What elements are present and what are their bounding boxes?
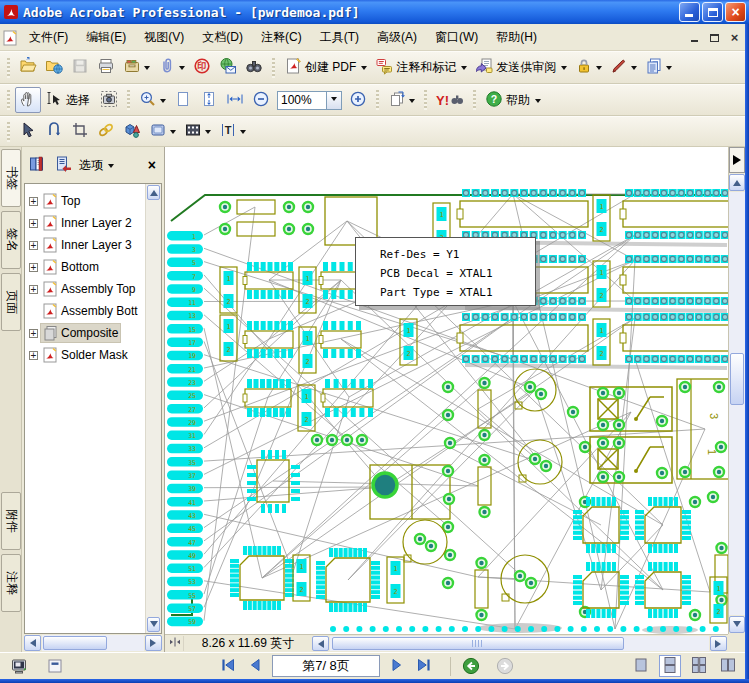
last-page-button[interactable]: [414, 656, 434, 676]
bookmark-item-composite[interactable]: +Composite: [29, 322, 143, 344]
create-pdf-button[interactable]: 创建 PDF: [280, 55, 371, 81]
bookmark-item-inner-layer-2[interactable]: +Inner Layer 2: [29, 212, 143, 234]
sidebar-tab-pages[interactable]: 页面: [1, 273, 21, 331]
expand-bookmark-button[interactable]: [27, 155, 47, 175]
select-tool-button[interactable]: 选择: [41, 87, 96, 113]
fullscreen-view-button[interactable]: [8, 656, 30, 678]
scroll-down-button[interactable]: [147, 617, 160, 632]
toolbar-grip[interactable]: [424, 90, 427, 110]
open-button[interactable]: [15, 55, 41, 81]
bookmark-item-solder-mask[interactable]: +Solder Mask: [29, 344, 143, 366]
sidebar-tab-comments[interactable]: 注释: [1, 554, 21, 612]
new-bookmark-button[interactable]: [53, 155, 73, 175]
bookmark-item-top[interactable]: +Top: [29, 190, 143, 212]
splitter-button[interactable]: [166, 636, 184, 651]
scroll-right-button[interactable]: [145, 635, 162, 651]
snapshot-tool-button[interactable]: [96, 87, 122, 113]
menu-view[interactable]: 视图(V): [135, 25, 193, 50]
forms-button[interactable]: [641, 55, 676, 81]
first-page-button[interactable]: [218, 656, 238, 676]
bookmark-item-inner-layer-3[interactable]: +Inner Layer 3: [29, 234, 143, 256]
hand-tool-button[interactable]: [15, 87, 41, 113]
panel-close-button[interactable]: ×: [148, 157, 159, 173]
facing-button[interactable]: [717, 655, 739, 677]
button-field-tool-button[interactable]: [145, 119, 180, 145]
link-tool-button[interactable]: [93, 119, 119, 145]
expander-plus-icon[interactable]: +: [29, 263, 38, 272]
minimize-button[interactable]: [679, 2, 700, 22]
expander-plus-icon[interactable]: +: [29, 329, 38, 338]
select-object-tool-button[interactable]: [15, 119, 41, 145]
toolbar-overflow-button[interactable]: [729, 147, 745, 173]
scroll-thumb[interactable]: [332, 637, 624, 650]
crop-tool-button[interactable]: [67, 119, 93, 145]
bookmark-item-bottom[interactable]: +Bottom: [29, 256, 143, 278]
menu-edit[interactable]: 编辑(E): [77, 25, 135, 50]
toolbar-grip[interactable]: [7, 122, 10, 142]
stamp-button[interactable]: 印: [189, 55, 215, 81]
bookmarks-vertical-scrollbar[interactable]: [145, 184, 161, 633]
single-page-button[interactable]: [630, 655, 652, 677]
zoom-level-input[interactable]: [277, 91, 327, 110]
mdi-close-button[interactable]: ×: [726, 30, 743, 45]
zoom-out-button[interactable]: [248, 87, 274, 113]
menu-document[interactable]: 文档(D): [193, 25, 252, 50]
scroll-left-button[interactable]: [312, 636, 329, 651]
organizer-button[interactable]: [119, 55, 154, 81]
sidebar-tab-bookmarks[interactable]: 书签: [1, 149, 21, 207]
toolbar-grip[interactable]: [7, 58, 10, 78]
previous-view-button[interactable]: [460, 656, 482, 678]
scroll-left-button[interactable]: [24, 635, 41, 651]
3d-tool-button[interactable]: [119, 119, 145, 145]
sign-button[interactable]: [606, 55, 641, 81]
bookmark-item-assembly-top[interactable]: +Assembly Top: [29, 278, 143, 300]
bookmark-item-assembly-bott[interactable]: Assembly Bott: [29, 300, 143, 322]
scroll-track[interactable]: [42, 635, 144, 651]
expander-plus-icon[interactable]: +: [29, 351, 38, 360]
mdi-restore-button[interactable]: [706, 30, 723, 45]
movie-tool-button[interactable]: [180, 119, 215, 145]
hide-toolbars-button[interactable]: [44, 656, 66, 678]
sidebar-tab-attachments[interactable]: 附件: [1, 492, 21, 550]
comment-markup-button[interactable]: 注释和标记: [371, 55, 471, 81]
touchup-text-tool-button[interactable]: T: [215, 119, 250, 145]
scroll-up-button[interactable]: [147, 185, 160, 200]
close-button[interactable]: ×: [725, 2, 746, 22]
toolbar-grip[interactable]: [7, 90, 10, 110]
zoom-in-button[interactable]: [345, 87, 371, 113]
page-number-box[interactable]: 第7/ 8页: [272, 655, 380, 677]
toolbar-grip[interactable]: [473, 90, 476, 110]
secure-button[interactable]: [571, 55, 606, 81]
menu-file[interactable]: 文件(F): [20, 25, 77, 50]
email-button[interactable]: [215, 55, 241, 81]
scroll-down-button[interactable]: [729, 616, 745, 633]
previous-view-pages-button[interactable]: [384, 87, 419, 113]
attach-button[interactable]: [154, 55, 189, 81]
zoom-in-tool-button[interactable]: [135, 87, 170, 113]
scroll-track[interactable]: [330, 636, 709, 651]
scroll-thumb[interactable]: [43, 636, 107, 650]
save-button[interactable]: [67, 55, 93, 81]
continuous-facing-button[interactable]: [688, 655, 710, 677]
scroll-right-button[interactable]: [710, 636, 727, 651]
menu-help[interactable]: 帮助(H): [487, 25, 546, 50]
menu-tools[interactable]: 工具(T): [311, 25, 368, 50]
expander-plus-icon[interactable]: +: [29, 285, 38, 294]
document-vertical-scrollbar[interactable]: [728, 147, 745, 634]
menu-window[interactable]: 窗口(W): [426, 25, 487, 50]
open-web-button[interactable]: [41, 55, 67, 81]
maximize-button[interactable]: [702, 2, 723, 22]
menu-advanced[interactable]: 高级(A): [368, 25, 426, 50]
expander-plus-icon[interactable]: +: [29, 197, 38, 206]
search-button[interactable]: [241, 55, 267, 81]
previous-page-button[interactable]: [245, 656, 265, 676]
bookmarks-horizontal-scrollbar[interactable]: [22, 634, 164, 652]
mdi-minimize-button[interactable]: [686, 30, 703, 45]
bookmarks-options-button[interactable]: 选项: [79, 157, 114, 174]
article-tool-button[interactable]: [41, 119, 67, 145]
next-view-button[interactable]: [494, 656, 516, 678]
pcb-drawing[interactable]: 1357911131517192123252729313335373941434…: [165, 147, 728, 634]
expander-plus-icon[interactable]: +: [29, 241, 38, 250]
send-review-button[interactable]: 发送供审阅: [471, 55, 571, 81]
scroll-thumb[interactable]: [730, 353, 744, 405]
